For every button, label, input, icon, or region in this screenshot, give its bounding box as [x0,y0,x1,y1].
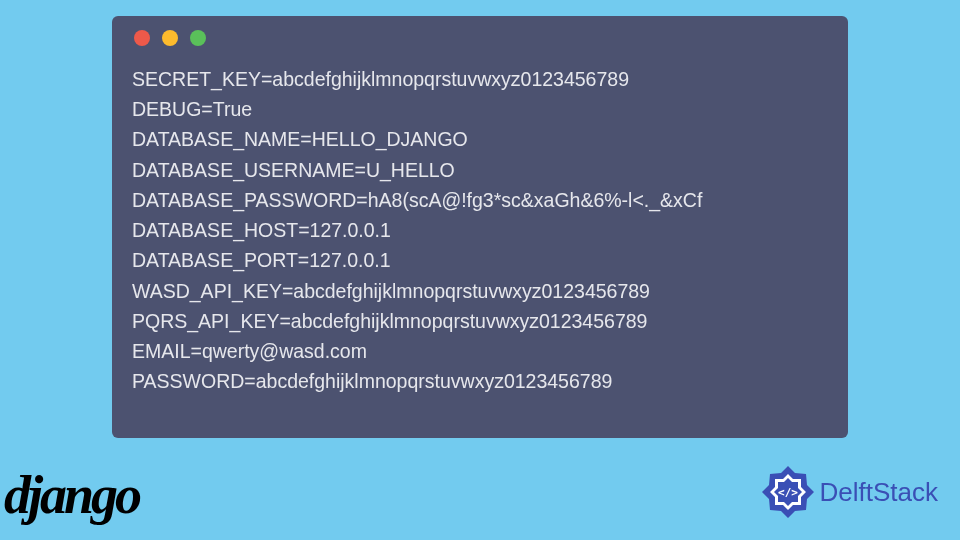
env-file-content: SECRET_KEY=abcdefghijklmnopqrstuvwxyz012… [132,64,828,396]
terminal-window: SECRET_KEY=abcdefghijklmnopqrstuvwxyz012… [112,16,848,438]
close-icon[interactable] [134,30,150,46]
delftstack-label: DelftStack [820,477,939,508]
window-controls [134,30,828,46]
django-logo: django [4,464,139,526]
svg-text:</>: </> [778,486,798,499]
delftstack-icon: </> [760,464,816,520]
delftstack-logo: </> DelftStack [760,464,939,520]
minimize-icon[interactable] [162,30,178,46]
maximize-icon[interactable] [190,30,206,46]
